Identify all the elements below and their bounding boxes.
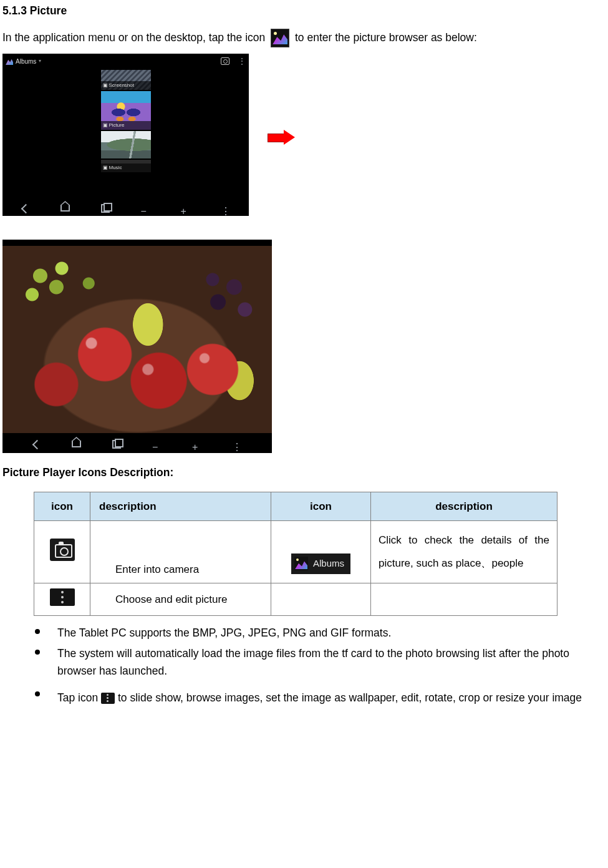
list-item: Tap icon to slide show, browse images, s… [35,687,606,709]
section-title: Picture [30,4,67,17]
menu-dots-icon [101,693,115,704]
volume-down-icon [141,204,150,213]
home-icon [72,441,81,447]
album-thumb: ▣Screenshot [101,70,151,90]
icons-description-table: icon description icon description Enter … [34,492,557,617]
albums-icon: Albums [291,553,350,574]
home-icon [60,205,70,212]
intro-text-after: to enter the picture browser as below: [295,31,477,44]
chevron-down-icon: ▾ [39,57,41,65]
th-icon-1: icon [34,492,90,521]
intro-text-before: In the application menu or on the deskto… [2,31,268,44]
cell-desc: Choose and edit picture [90,583,271,616]
picture-viewer-screenshot [2,240,272,453]
cell-icon: Albums [271,521,371,583]
bullet3-suffix: to slide show, browse images, set the im… [118,691,582,704]
list-item: The Tablet PC supports the BMP, JPG, JPE… [35,625,606,641]
gallery-icon [271,29,289,47]
recent-apps-icon [101,204,110,213]
camera-icon [50,539,75,561]
table-row: Enter into camera Albums Click to check … [34,521,557,583]
bullet3-prefix: Tap icon [57,691,101,704]
screenshot-row-1: Albums ▾ ⋮ ▣Screenshot ▣Picture ▣Music [2,54,606,221]
menu-dots-icon [50,588,75,606]
thumb-label: ▣Music [101,163,151,172]
table-row: Choose and edit picture [34,583,557,616]
album-thumb: ▣Picture [101,91,151,130]
th-desc-2: description [371,492,557,521]
back-icon [21,203,31,213]
recent-apps-icon [112,440,121,449]
red-arrow-icon [268,130,295,144]
android-nav-bar [2,201,249,216]
volume-down-icon [152,440,161,449]
list-item: The system will automatically load the i… [35,645,606,679]
camera-icon [221,57,229,65]
thumbnail-image [101,131,151,158]
th-icon-2: icon [271,492,371,521]
albums-badge-label: Albums [313,557,344,571]
more-icon [221,204,229,213]
thumb-label: ▣Screenshot [101,81,151,90]
album-thumb: ▣Music [101,160,151,172]
album-thumb [101,131,151,158]
cell-desc: Enter into camera [90,521,271,583]
albums-header-label: Albums [16,57,36,66]
cell-icon [271,583,371,616]
bullet-list: The Tablet PC supports the BMP, JPG, JPE… [2,625,606,708]
volume-up-icon [181,204,190,213]
gallery-icon [6,57,13,65]
section-number: 5.1.3 [2,4,27,17]
section-heading: 5.1.3 Picture [2,2,606,19]
more-icon [232,440,241,449]
thumb-label: ▣Picture [101,121,151,130]
gallery-icon [294,557,308,570]
table-header-row: icon description icon description [34,492,557,521]
intro-paragraph: In the application menu or on the deskto… [2,29,606,47]
cell-icon [34,521,90,583]
albums-screenshot-header: Albums ▾ ⋮ [6,56,246,67]
cell-desc [371,583,557,616]
back-icon [32,439,42,449]
cell-icon [34,583,90,616]
android-nav-bar [2,436,272,453]
album-thumbnail-column: ▣Screenshot ▣Picture ▣Music [101,70,151,173]
albums-screenshot: Albums ▾ ⋮ ▣Screenshot ▣Picture ▣Music [2,54,249,216]
th-desc-1: description [90,492,271,521]
fruit-basket-image [2,246,272,433]
cell-desc: Click to check the details of the pictur… [371,521,557,583]
table-title: Picture Player Icons Description: [2,464,606,480]
volume-up-icon [192,440,201,449]
more-icon: ⋮ [238,56,246,67]
